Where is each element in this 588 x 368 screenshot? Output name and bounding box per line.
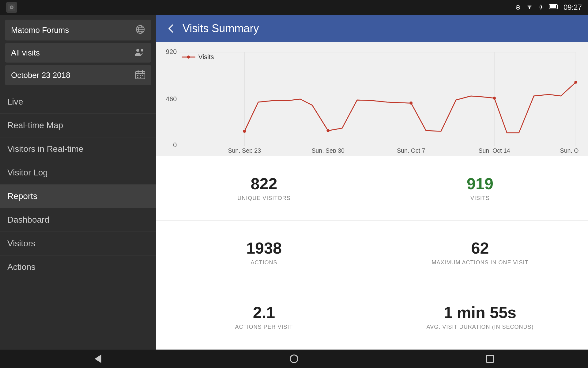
segment-name: All visits	[11, 48, 40, 58]
status-bar-left	[6, 2, 17, 13]
svg-point-40	[187, 56, 190, 59]
minus-circle-icon: ⊖	[515, 3, 521, 11]
svg-point-12	[136, 49, 139, 52]
status-time: 09:27	[564, 3, 582, 12]
svg-text:Visits: Visits	[198, 53, 214, 61]
stat-label: ACTIONS PER VISIT	[235, 324, 293, 330]
visits-line	[244, 82, 576, 133]
sidebar-nav-item-visitor-log[interactable]: Visitor Log	[0, 161, 156, 185]
svg-text:Sun, Sep 30: Sun, Sep 30	[311, 147, 345, 153]
stat-value: 1 min 55s	[444, 304, 516, 321]
svg-point-43	[326, 129, 330, 132]
stat-value: 62	[471, 240, 489, 257]
app-icon	[6, 2, 17, 13]
sidebar-nav-item-dashboard[interactable]: Dashboard	[0, 208, 156, 232]
svg-text:Sun, Oct 21: Sun, Oct 21	[560, 147, 579, 153]
stat-value: 822	[251, 175, 277, 193]
stat-value: 2.1	[253, 304, 275, 321]
sidebar-nav-item-actions[interactable]: Actions	[0, 255, 156, 279]
segment-selector[interactable]: All visits	[5, 43, 151, 63]
calendar-icon	[135, 70, 145, 80]
sidebar-nav-item-real-time-map[interactable]: Real-time Map	[0, 114, 156, 137]
chart-area: 920 460 0 Sun, Sep 23 Sun, Sep 30 Sun, O…	[156, 42, 588, 156]
status-bar-right: ⊖ ✈ 09:27	[515, 3, 582, 12]
site-name: Matomo Forums	[11, 25, 69, 35]
airplane-icon: ✈	[538, 3, 544, 11]
home-nav-button[interactable]	[285, 351, 303, 366]
svg-rect-21	[137, 77, 138, 78]
svg-rect-5	[550, 5, 556, 8]
svg-point-45	[493, 97, 496, 100]
svg-rect-18	[137, 75, 138, 76]
bottom-nav	[0, 350, 588, 368]
stat-value: 919	[467, 175, 493, 193]
visits-chart: 920 460 0 Sun, Sep 23 Sun, Sep 30 Sun, O…	[165, 48, 579, 153]
back-button[interactable]	[165, 23, 176, 34]
svg-rect-19	[140, 75, 141, 76]
sidebar-nav-item-visitors-in-real-time[interactable]: Visitors in Real-time	[0, 137, 156, 161]
stat-label: MAXIMUM ACTIONS IN ONE VISIT	[432, 259, 528, 266]
svg-point-46	[574, 81, 577, 84]
svg-text:Sun, Oct 14: Sun, Oct 14	[479, 147, 510, 153]
svg-text:460: 460	[166, 95, 177, 103]
stat-cell: 822UNIQUE VISITORS	[156, 156, 372, 220]
stat-cell: 1938ACTIONS	[156, 220, 372, 285]
sidebar: Matomo Forums All visits	[0, 15, 156, 350]
svg-rect-22	[140, 77, 141, 78]
site-selector[interactable]: Matomo Forums	[5, 20, 151, 40]
stats-grid: 822UNIQUE VISITORS919VISITS1938ACTIONS62…	[156, 156, 588, 350]
sidebar-nav: LiveReal-time MapVisitors in Real-timeVi…	[0, 90, 156, 350]
stat-cell: 2.1ACTIONS PER VISIT	[156, 285, 372, 350]
sidebar-nav-item-live[interactable]: Live	[0, 90, 156, 114]
sidebar-nav-item-visitors[interactable]: Visitors	[0, 232, 156, 255]
recents-nav-button[interactable]	[481, 351, 499, 366]
svg-text:Sun, Oct 7: Sun, Oct 7	[397, 147, 425, 153]
status-bar: ⊖ ✈ 09:27	[0, 0, 588, 15]
stat-label: UNIQUE VISITORS	[237, 195, 291, 201]
svg-point-42	[243, 130, 246, 133]
page-title: Visits Summary	[183, 22, 259, 35]
svg-text:920: 920	[166, 48, 177, 56]
svg-text:0: 0	[173, 141, 177, 149]
main-content: Visits Summary 920 460 0 Sun, Sep	[156, 15, 588, 350]
back-nav-button[interactable]	[89, 351, 107, 366]
stat-label: VISITS	[470, 195, 490, 201]
svg-point-3	[529, 8, 530, 9]
app-container: Matomo Forums All visits	[0, 15, 588, 350]
globe-icon	[135, 25, 145, 36]
stat-value: 1938	[246, 240, 282, 257]
svg-point-2	[11, 6, 13, 8]
svg-rect-6	[558, 6, 558, 8]
stat-label: AVG. VISIT DURATION (IN SECONDS)	[426, 324, 533, 330]
svg-point-44	[409, 102, 413, 105]
sidebar-nav-item-reports[interactable]: Reports	[0, 185, 156, 208]
battery-icon	[549, 3, 559, 11]
date-text: October 23 2018	[11, 71, 70, 80]
svg-rect-20	[142, 75, 143, 76]
sidebar-header: Matomo Forums All visits	[0, 15, 156, 90]
content-header: Visits Summary	[156, 15, 588, 42]
svg-text:Sun, Sep 23: Sun, Sep 23	[228, 147, 261, 153]
stat-cell: 919VISITS	[372, 156, 588, 220]
stat-cell: 1 min 55sAVG. VISIT DURATION (IN SECONDS…	[372, 285, 588, 350]
stat-cell: 62MAXIMUM ACTIONS IN ONE VISIT	[372, 220, 588, 285]
people-icon	[134, 48, 145, 58]
stat-label: ACTIONS	[251, 259, 277, 266]
svg-point-13	[141, 49, 143, 52]
wifi-icon	[526, 3, 533, 11]
date-selector[interactable]: October 23 2018	[5, 65, 151, 85]
